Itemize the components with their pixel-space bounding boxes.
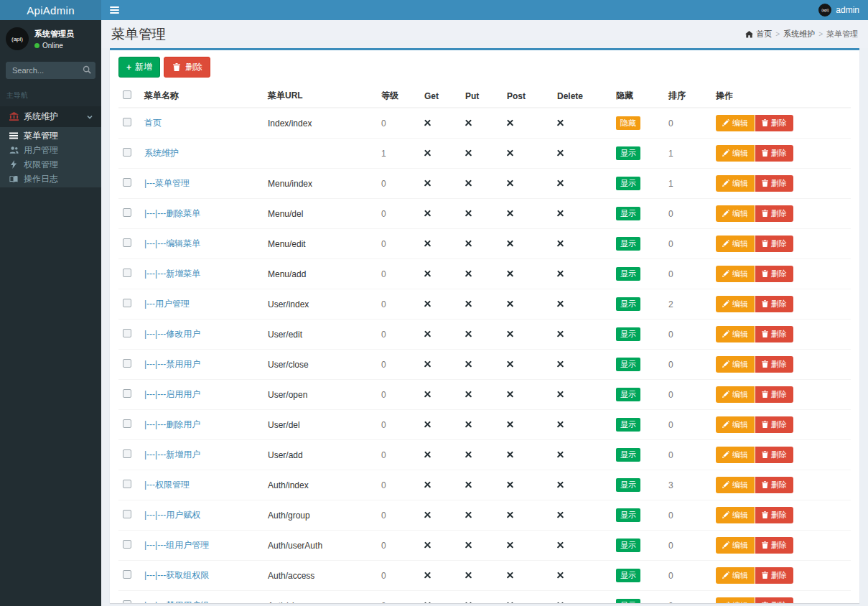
row-checkbox[interactable] xyxy=(123,389,131,398)
menu-name-link[interactable]: |---用户管理 xyxy=(144,299,190,309)
menu-name-link[interactable]: |---|---删除用户 xyxy=(144,419,200,429)
row-checkbox[interactable] xyxy=(123,510,131,518)
app-logo[interactable]: ApiAdmin xyxy=(0,0,101,20)
navbar-user-menu[interactable]: (api) admin xyxy=(818,4,868,17)
row-checkbox[interactable] xyxy=(123,329,131,337)
delete-button[interactable]: 删除 xyxy=(755,296,793,312)
show-badge: 显示 xyxy=(616,569,640,582)
cross-icon xyxy=(507,542,513,549)
menu-name-link[interactable]: |---|---新增菜单 xyxy=(144,269,200,279)
edit-button[interactable]: 编辑 xyxy=(716,236,755,252)
delete-button[interactable]: 删除 xyxy=(755,416,793,433)
edit-button[interactable]: 编辑 xyxy=(716,175,755,192)
row-checkbox[interactable] xyxy=(123,208,131,217)
menu-name-link[interactable]: |---|---获取组权限 xyxy=(144,570,209,580)
breadcrumb-home[interactable]: 首页 xyxy=(744,29,772,39)
row-checkbox[interactable] xyxy=(123,269,131,277)
delete-button[interactable]: 删除 xyxy=(755,205,793,222)
edit-button[interactable]: 编辑 xyxy=(716,507,755,523)
edit-button[interactable]: 编辑 xyxy=(716,537,755,554)
edit-button[interactable]: 编辑 xyxy=(716,597,755,603)
hidden-cell: 显示 xyxy=(612,591,664,604)
menu-url-cell: Auth/access xyxy=(263,561,377,591)
delete-button[interactable]: 删除 xyxy=(755,266,793,282)
pencil-icon xyxy=(722,541,729,550)
delete-button[interactable]: 删除 xyxy=(755,507,793,523)
bulk-delete-button[interactable]: 删除 xyxy=(164,57,210,78)
row-checkbox[interactable] xyxy=(123,178,131,187)
row-checkbox[interactable] xyxy=(123,570,131,579)
delete-button[interactable]: 删除 xyxy=(755,115,793,131)
hidden-cell: 显示 xyxy=(612,561,664,591)
menu-name-link[interactable]: |---|---禁用用户 xyxy=(144,359,200,369)
row-checkbox[interactable] xyxy=(123,419,131,428)
cross-icon xyxy=(507,271,513,277)
delete-button[interactable]: 删除 xyxy=(755,236,793,252)
edit-button[interactable]: 编辑 xyxy=(716,326,755,342)
level-cell: 0 xyxy=(377,199,420,229)
post-cell xyxy=(503,500,553,531)
menu-name-link[interactable]: |---|---启用用户 xyxy=(144,389,200,399)
edit-button[interactable]: 编辑 xyxy=(716,145,755,162)
menu-name-link[interactable]: |---|---禁用用户组 xyxy=(144,600,209,603)
row-checkbox[interactable] xyxy=(123,449,131,458)
row-checkbox[interactable] xyxy=(123,118,131,126)
row-checkbox[interactable] xyxy=(123,359,131,368)
delete-button[interactable]: 删除 xyxy=(755,447,793,463)
menu-name-link[interactable]: |---|---用户赋权 xyxy=(144,510,200,520)
menu-name-link[interactable]: |---|---组用户管理 xyxy=(144,540,209,550)
row-checkbox[interactable] xyxy=(123,540,131,549)
sort-cell: 0 xyxy=(664,229,711,259)
search-submit-button[interactable] xyxy=(81,65,93,76)
row-checkbox[interactable] xyxy=(123,299,131,307)
breadcrumb-section[interactable]: 系统维护 xyxy=(783,29,815,39)
edit-button[interactable]: 编辑 xyxy=(716,447,755,463)
online-status[interactable]: Online xyxy=(34,42,74,50)
sidebar-item-operation-log[interactable]: 操作日志 xyxy=(0,172,101,186)
edit-button[interactable]: 编辑 xyxy=(716,266,755,282)
menu-name-link[interactable]: |---菜单管理 xyxy=(144,178,190,188)
delete-button[interactable]: 删除 xyxy=(755,567,793,584)
edit-button[interactable]: 编辑 xyxy=(716,416,755,433)
menu-name-link[interactable]: |---|---编辑菜单 xyxy=(144,238,200,248)
select-all-checkbox[interactable] xyxy=(123,90,131,99)
delete-button[interactable]: 删除 xyxy=(755,597,793,603)
sidebar-toggle-button[interactable] xyxy=(101,0,127,20)
edit-button[interactable]: 编辑 xyxy=(716,567,755,584)
menu-name-link[interactable]: |---|---新增用户 xyxy=(144,449,200,460)
sidebar-item-auth-management[interactable]: 权限管理 xyxy=(0,157,101,172)
delete-button[interactable]: 删除 xyxy=(755,175,793,192)
add-button[interactable]: + 新增 xyxy=(118,57,160,78)
show-badge: 显示 xyxy=(616,599,640,603)
cross-icon xyxy=(507,512,513,518)
edit-button[interactable]: 编辑 xyxy=(716,386,755,403)
table-row: |---菜单管理Menu/index0显示1编辑删除 xyxy=(118,169,851,199)
edit-button[interactable]: 编辑 xyxy=(716,477,755,493)
delete-button[interactable]: 删除 xyxy=(755,537,793,554)
menu-name-link[interactable]: |---|---修改用户 xyxy=(144,329,200,339)
row-checkbox[interactable] xyxy=(123,480,131,488)
sidebar-item-user-management[interactable]: 用户管理 xyxy=(0,143,101,157)
delete-button[interactable]: 删除 xyxy=(755,477,793,493)
menu-name-link[interactable]: |---|---删除菜单 xyxy=(144,208,200,218)
sidebar-item-menu-management[interactable]: 菜单管理 xyxy=(0,129,101,143)
edit-button[interactable]: 编辑 xyxy=(716,356,755,373)
menu-name-link[interactable]: 首页 xyxy=(144,118,162,128)
row-checkbox[interactable] xyxy=(123,600,131,603)
cross-icon xyxy=(465,331,472,337)
delete-button[interactable]: 删除 xyxy=(755,386,793,403)
delete-button[interactable]: 删除 xyxy=(755,356,793,373)
edit-button[interactable]: 编辑 xyxy=(716,296,755,312)
menu-name-link[interactable]: 系统维护 xyxy=(144,148,179,158)
chevron-down-icon xyxy=(85,112,95,122)
row-checkbox[interactable] xyxy=(123,238,131,247)
edit-button[interactable]: 编辑 xyxy=(716,115,755,131)
cross-icon xyxy=(424,241,431,247)
edit-button[interactable]: 编辑 xyxy=(716,205,755,222)
delete-button[interactable]: 删除 xyxy=(755,145,793,162)
row-checkbox[interactable] xyxy=(123,148,131,157)
hidden-cell: 隐藏 xyxy=(612,108,664,139)
sidebar-item-system-maintenance[interactable]: 系统维护 xyxy=(0,106,101,127)
menu-name-link[interactable]: |---权限管理 xyxy=(144,480,190,490)
delete-button[interactable]: 删除 xyxy=(755,326,793,342)
